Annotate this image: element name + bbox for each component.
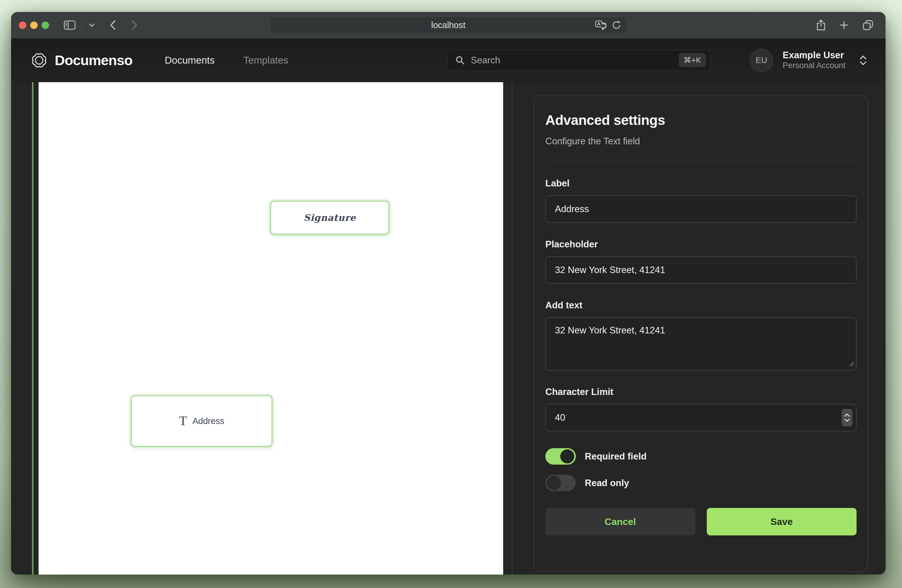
- search-shortcut-badge: ⌘+K: [679, 53, 706, 67]
- required-field-label: Required field: [585, 451, 647, 462]
- desktop: localhost: [0, 0, 902, 588]
- text-field-address[interactable]: T Address: [131, 395, 272, 447]
- close-window-button[interactable]: [19, 22, 26, 29]
- document-accent-line: [32, 82, 33, 575]
- url-text: localhost: [431, 20, 465, 30]
- required-field-row: Required field: [545, 448, 857, 464]
- nav-documents[interactable]: Documents: [165, 55, 215, 66]
- nav-templates[interactable]: Templates: [243, 55, 288, 66]
- share-icon[interactable]: [816, 19, 826, 31]
- textarea-resize-handle[interactable]: [848, 360, 854, 368]
- text-field-type-icon: T: [179, 414, 187, 428]
- translate-icon[interactable]: [595, 20, 607, 30]
- main-nav: Documents Templates: [165, 55, 288, 66]
- documenso-logo-icon: [31, 52, 47, 69]
- read-only-toggle[interactable]: [545, 475, 576, 491]
- account-chevrons-icon: [859, 55, 867, 66]
- advanced-settings-card: Advanced settings Configure the Text fie…: [533, 95, 868, 572]
- panel-title: Advanced settings: [545, 112, 857, 128]
- account-type: Personal Account: [783, 61, 846, 71]
- brand-link[interactable]: Documenso: [31, 52, 132, 69]
- character-limit-input[interactable]: [545, 404, 857, 432]
- zoom-window-button[interactable]: [42, 22, 49, 29]
- avatar-initials: EU: [755, 56, 767, 65]
- text-field-label: Address: [193, 416, 224, 426]
- back-button-icon[interactable]: [110, 20, 116, 30]
- signature-field[interactable]: Signature: [270, 201, 389, 235]
- sidebar-toggle-icon[interactable]: [64, 20, 76, 30]
- panel-subtitle: Configure the Text field: [545, 136, 857, 147]
- add-text-textarea[interactable]: 32 New York Street, 41241: [545, 317, 857, 371]
- placeholder-field-label: Placeholder: [545, 239, 857, 250]
- read-only-label: Read only: [585, 478, 629, 488]
- search-input[interactable]: [470, 55, 679, 66]
- browser-window: localhost: [11, 12, 886, 575]
- number-stepper[interactable]: [842, 409, 852, 426]
- cancel-button[interactable]: Cancel: [545, 508, 695, 535]
- add-text-field-label: Add text: [545, 300, 857, 311]
- toolbar-separator: [82, 20, 82, 30]
- required-field-toggle[interactable]: [545, 448, 576, 464]
- new-tab-icon[interactable]: [839, 20, 849, 30]
- sidebar-dropdown-chevron-icon[interactable]: [89, 23, 95, 27]
- toggle-knob: [560, 449, 574, 463]
- browser-toolbar: localhost: [11, 12, 886, 39]
- minimize-window-button[interactable]: [30, 22, 38, 29]
- character-limit-field-label: Character Limit: [545, 386, 857, 397]
- toggle-knob: [547, 476, 561, 490]
- save-button[interactable]: Save: [707, 508, 857, 535]
- signature-field-label: Signature: [304, 213, 356, 223]
- label-input[interactable]: [545, 195, 857, 223]
- global-search[interactable]: ⌘+K: [447, 50, 710, 71]
- read-only-row: Read only: [545, 475, 857, 491]
- user-name: Example User: [783, 50, 846, 61]
- main-content: Signature T Address Advanced settings Co…: [11, 82, 886, 575]
- brand-name: Documenso: [55, 52, 132, 69]
- placeholder-input[interactable]: [545, 256, 857, 284]
- reload-icon[interactable]: [611, 20, 622, 30]
- label-field-label: Label: [545, 178, 857, 189]
- document-page: Signature T Address: [39, 82, 503, 575]
- forward-button-icon[interactable]: [131, 20, 138, 30]
- app-header: Documenso Documents Templates ⌘+K: [11, 39, 886, 82]
- settings-panel-area: Advanced settings Configure the Text fie…: [512, 82, 886, 575]
- search-icon: [455, 56, 465, 65]
- address-bar[interactable]: localhost: [270, 17, 626, 33]
- account-menu[interactable]: EU Example User Personal Account: [750, 49, 867, 72]
- tab-overview-icon[interactable]: [862, 19, 874, 31]
- avatar: EU: [750, 49, 773, 72]
